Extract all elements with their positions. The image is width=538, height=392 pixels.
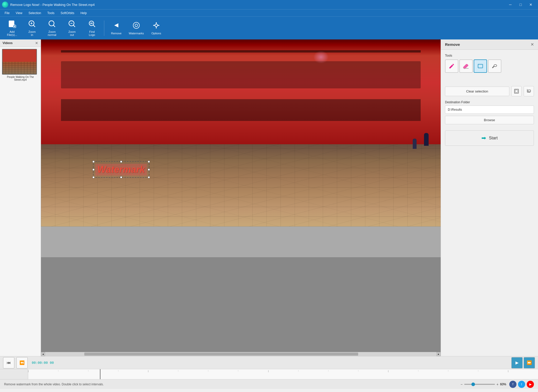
zoom-in-label: Zoomin [28, 30, 36, 36]
eraser-icon [463, 63, 469, 69]
menu-view[interactable]: View [13, 11, 25, 15]
options-icon [152, 21, 160, 31]
tick-8 [268, 370, 298, 372]
menu-selection[interactable]: Selection [26, 11, 44, 15]
close-button[interactable]: ✕ [526, 0, 536, 9]
zoom-normal-button[interactable]: Zoomnormal [43, 18, 61, 38]
menu-softorbits[interactable]: SoftOrbits [58, 11, 77, 15]
window-controls: ─ □ ✕ [505, 0, 536, 9]
play-fast-forward-button[interactable]: ⏩ [524, 357, 535, 368]
scroll-right-arrow[interactable]: ► [437, 352, 441, 356]
preview-container: Watermark ◄ [41, 39, 441, 356]
tick-7 [238, 370, 268, 372]
thumb-scene-bg [3, 49, 36, 74]
pencil-icon [449, 63, 455, 69]
pencil-tool-button[interactable] [445, 59, 458, 73]
maximize-button[interactable]: □ [515, 0, 526, 9]
panel-header: Remove ✕ [441, 39, 538, 50]
eraser-tool-button[interactable] [459, 59, 473, 73]
start-label: Start [489, 136, 498, 140]
handle-middle-right[interactable] [148, 169, 150, 171]
zoom-slider[interactable] [464, 384, 495, 385]
svg-point-23 [156, 27, 157, 28]
tools-label: Tools [445, 54, 534, 57]
start-arrow-icon: ➡ [481, 135, 486, 141]
svg-point-21 [155, 24, 158, 27]
remove-button[interactable]: Remove [107, 18, 125, 38]
zoom-in-icon [28, 20, 36, 29]
sidebar: Videos ✕ People Walking On The Street.mp… [0, 39, 41, 356]
destination-label: Destination Folder [445, 100, 534, 104]
menu-tools[interactable]: Tools [45, 11, 57, 15]
menu-file[interactable]: File [2, 11, 12, 15]
tick-16 [508, 370, 538, 372]
handle-bottom-middle[interactable] [120, 176, 122, 178]
add-files-button[interactable]: AddFile(s)... [3, 18, 21, 38]
browse-button[interactable]: Browse [445, 116, 534, 124]
timeline-left-gutter [0, 369, 28, 379]
playhead [100, 369, 100, 379]
fit-icon [514, 89, 519, 94]
handle-bottom-right[interactable] [148, 176, 150, 178]
zoom-out-icon [68, 20, 76, 29]
zoom-in-status-button[interactable]: + [496, 382, 499, 386]
zoom-out-button[interactable]: Zoomout [63, 18, 81, 38]
destination-folder-input[interactable] [445, 106, 534, 114]
options-button[interactable]: Options [147, 18, 165, 38]
video-thumbnail[interactable] [2, 49, 37, 75]
play-forward-button[interactable]: ▶ [511, 357, 523, 368]
train-underside [61, 99, 421, 121]
tick-11 [358, 370, 388, 372]
zoom-out-label: Zoomout [68, 30, 76, 36]
options-label: Options [151, 32, 161, 35]
video-filename: People Walking On The Street.mp4 [2, 76, 39, 81]
social-icons: f t ▶ [509, 381, 534, 388]
crop-selection-button[interactable] [524, 86, 534, 96]
tick-12 [388, 370, 418, 372]
fit-selection-button[interactable] [511, 86, 522, 96]
find-logo-icon [88, 20, 96, 29]
youtube-button[interactable]: ▶ [527, 381, 534, 388]
watermark-selection[interactable]: Watermark [93, 161, 149, 178]
tick-10 [328, 370, 358, 372]
menu-help[interactable]: Help [78, 11, 89, 15]
handle-middle-left[interactable] [92, 169, 95, 171]
twitter-button[interactable]: t [518, 381, 525, 388]
timeline-controls: ⏮ ⏪ 00:00:00 00 ▶ ⏩ [0, 356, 538, 369]
zoom-in-button[interactable]: Zoomin [23, 18, 41, 38]
svg-rect-26 [463, 68, 469, 69]
find-logo-button[interactable]: FindLogo [83, 18, 101, 38]
crop-icon [526, 89, 531, 94]
remove-label: Remove [111, 32, 122, 35]
train-body [41, 39, 441, 148]
sidebar-title: Videos [3, 41, 13, 45]
add-files-icon [8, 20, 16, 29]
panel-close-button[interactable]: ✕ [531, 42, 534, 47]
minimize-button[interactable]: ─ [505, 0, 515, 9]
scroll-left-arrow[interactable]: ◄ [41, 352, 45, 356]
handle-top-right[interactable] [148, 161, 150, 163]
handle-top-middle[interactable] [120, 161, 122, 163]
handle-top-left[interactable] [92, 161, 95, 163]
status-bar: Remove watermark from the whole video. D… [0, 379, 538, 389]
window-title: Remove Logo Now! - People Walking On The… [10, 3, 95, 7]
sidebar-close-button[interactable]: ✕ [35, 41, 38, 45]
zoom-percent-label: 60% [500, 383, 506, 386]
clear-selection-row: Clear selection [445, 86, 534, 96]
timeline-ruler[interactable] [0, 369, 538, 379]
zoom-out-status-button[interactable]: − [461, 382, 463, 386]
horizontal-scrollbar[interactable]: ◄ ► [41, 352, 441, 356]
facebook-button[interactable]: f [509, 381, 516, 388]
start-button[interactable]: ➡ Start [445, 130, 534, 146]
handle-bottom-left[interactable] [92, 176, 95, 178]
go-to-start-button[interactable]: ⏮ [3, 357, 14, 368]
rectangle-tool-button[interactable] [474, 59, 487, 73]
lasso-tool-button[interactable] [488, 59, 501, 73]
tick-15 [478, 370, 508, 372]
prev-frame-button[interactable]: ⏪ [16, 357, 28, 368]
watermarks-button[interactable]: Watermarks [127, 18, 145, 38]
scrollbar-thumb[interactable] [84, 353, 358, 356]
svg-point-25 [158, 25, 159, 26]
clear-selection-button[interactable]: Clear selection [445, 87, 509, 96]
tick-3 [118, 370, 148, 372]
